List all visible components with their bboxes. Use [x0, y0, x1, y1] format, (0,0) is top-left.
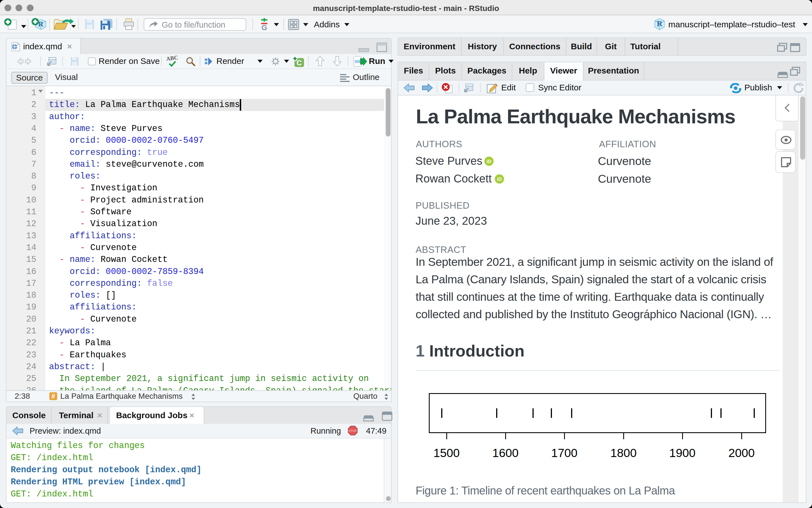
svg-text:iD: iD: [487, 159, 491, 164]
svg-text:C: C: [297, 58, 302, 67]
svg-text:STOP: STOP: [349, 429, 357, 432]
svg-text:R: R: [38, 20, 44, 28]
svg-text:iD: iD: [497, 177, 502, 182]
svg-text:G: G: [261, 24, 267, 31]
svg-text:R: R: [657, 19, 663, 28]
svg-text:ABC: ABC: [166, 56, 178, 62]
